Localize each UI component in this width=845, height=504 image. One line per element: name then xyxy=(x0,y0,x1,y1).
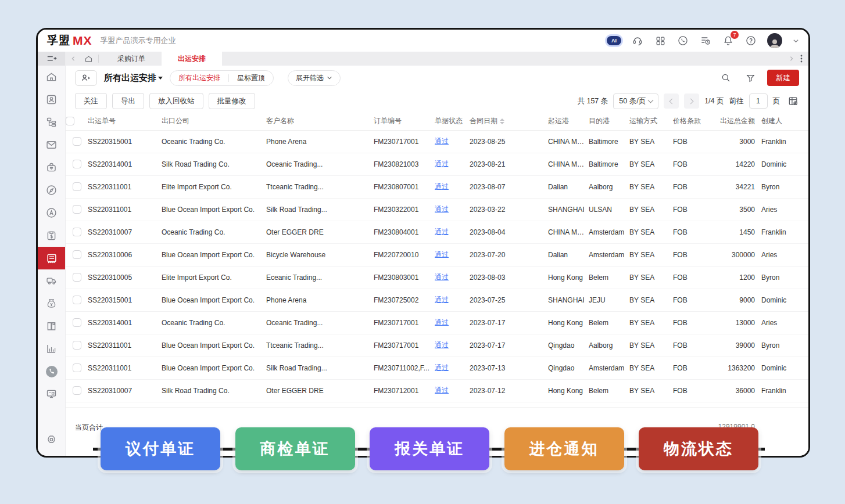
header-exporter[interactable]: 出口公司 xyxy=(162,112,266,130)
sidebar-item-finance[interactable] xyxy=(38,292,65,315)
table-row[interactable]: SS220310007 Silk Road Trading Co. Oter E… xyxy=(66,379,808,402)
row-checkbox[interactable] xyxy=(73,160,81,168)
sidebar-item-ledger[interactable] xyxy=(38,315,65,337)
view-selector[interactable]: 所有出运安排 xyxy=(104,73,163,84)
prev-page-button[interactable] xyxy=(664,93,679,109)
status-link[interactable]: 通过 xyxy=(435,182,449,190)
help-icon[interactable] xyxy=(744,34,757,47)
expand-filters-button[interactable]: 展开筛选 xyxy=(288,70,341,86)
row-checkbox[interactable] xyxy=(73,205,81,214)
sidebar-item-reports[interactable] xyxy=(38,337,65,360)
sidebar-item-settings[interactable] xyxy=(38,429,65,451)
header-total-amount[interactable]: 出运总金额 xyxy=(717,112,757,130)
new-button[interactable]: 新建 xyxy=(767,70,799,86)
table-row[interactable]: SS220311001 Elite Import Export Co. Ttce… xyxy=(66,175,808,198)
export-button[interactable]: 导出 xyxy=(112,93,144,109)
status-link[interactable]: 通过 xyxy=(435,160,449,168)
header-status[interactable]: 单据状态 xyxy=(435,112,470,130)
tab-purchase-orders[interactable]: 采购订单 xyxy=(101,52,162,66)
tab-more-icon[interactable] xyxy=(800,55,803,63)
sidebar-item-logistics[interactable] xyxy=(38,269,65,292)
table-row[interactable]: SS220311001 Blue Ocean Import Export Co.… xyxy=(66,198,808,221)
table-row[interactable]: SS220310007 Oceanic Trading Co. Oter EGG… xyxy=(66,221,808,243)
batch-edit-button[interactable]: 批量修改 xyxy=(209,93,255,109)
sidebar-item-discover[interactable] xyxy=(38,179,65,201)
row-checkbox[interactable] xyxy=(73,250,81,259)
status-link[interactable]: 通过 xyxy=(435,341,449,349)
table-row[interactable]: SS220311001 Blue Ocean Import Export Co.… xyxy=(66,334,808,357)
logistics-status-button[interactable]: 物流状态 xyxy=(639,427,758,470)
sidebar-item-mail[interactable] xyxy=(38,134,65,156)
row-checkbox[interactable] xyxy=(73,273,81,282)
row-checkbox[interactable] xyxy=(73,363,81,372)
table-row[interactable]: SS220315001 Blue Ocean Import Export Co.… xyxy=(66,289,808,311)
tab-back-icon[interactable] xyxy=(66,56,81,62)
follow-button[interactable]: 关注 xyxy=(75,93,107,109)
table-row[interactable]: SS220311001 Blue Ocean Import Export Co.… xyxy=(66,357,808,379)
sidebar-collapse-toggle[interactable] xyxy=(38,52,65,66)
header-creator[interactable]: 创建人 xyxy=(757,112,808,130)
header-port-from[interactable]: 起运港 xyxy=(548,112,589,130)
view-owner-filter[interactable] xyxy=(75,70,97,86)
negotiation-docs-button[interactable]: 议付单证 xyxy=(101,427,220,470)
chevron-down-icon[interactable] xyxy=(792,34,799,47)
recycle-bin-button[interactable]: 放入回收站 xyxy=(149,93,203,109)
select-all-checkbox[interactable] xyxy=(66,117,74,125)
next-page-button[interactable] xyxy=(684,93,699,109)
table-row[interactable]: SS220310006 Blue Ocean Import Export Co.… xyxy=(66,243,808,266)
sidebar-item-shipping[interactable] xyxy=(38,247,65,269)
sidebar-item-products[interactable] xyxy=(38,156,65,179)
task-list-icon[interactable] xyxy=(699,34,712,47)
filter-all-shipments[interactable]: 所有出运安排 xyxy=(170,71,228,85)
header-price-term[interactable]: 价格条款 xyxy=(673,112,717,130)
row-checkbox[interactable] xyxy=(73,182,81,191)
row-checkbox[interactable] xyxy=(73,318,81,327)
header-port-to[interactable]: 目的港 xyxy=(589,112,629,130)
status-link[interactable]: 通过 xyxy=(435,296,449,304)
search-icon[interactable] xyxy=(718,70,733,85)
row-checkbox[interactable] xyxy=(73,386,81,395)
page-size-select[interactable]: 50 条/页 xyxy=(613,93,658,109)
header-ship-no[interactable]: 出运单号 xyxy=(88,112,162,130)
user-avatar[interactable] xyxy=(767,33,782,48)
inspection-docs-button[interactable]: 商检单证 xyxy=(235,427,355,470)
sidebar-item-home[interactable] xyxy=(38,66,65,88)
status-link[interactable]: 通过 xyxy=(435,318,449,326)
headset-icon[interactable] xyxy=(631,34,644,47)
status-link[interactable]: 通过 xyxy=(435,137,449,145)
status-link[interactable]: 通过 xyxy=(435,205,449,213)
status-link[interactable]: 通过 xyxy=(435,228,449,236)
status-link[interactable]: 通过 xyxy=(435,250,449,258)
table-row[interactable]: SS220314001 Silk Road Trading Co. Oceani… xyxy=(66,153,808,175)
row-checkbox[interactable] xyxy=(73,228,81,236)
status-link[interactable]: 通过 xyxy=(435,386,449,394)
row-checkbox[interactable] xyxy=(73,296,81,304)
sidebar-item-organization[interactable] xyxy=(38,111,65,134)
row-checkbox[interactable] xyxy=(73,341,81,350)
row-checkbox[interactable] xyxy=(73,137,81,146)
filter-starred-top[interactable]: 星标置顶 xyxy=(229,71,273,85)
status-link[interactable]: 通过 xyxy=(435,273,449,281)
goto-page-input[interactable] xyxy=(749,93,768,109)
sidebar-item-contacts[interactable] xyxy=(38,88,65,111)
funnel-filter-icon[interactable] xyxy=(743,70,758,85)
sidebar-item-assistant[interactable] xyxy=(38,201,65,224)
sidebar-item-display[interactable] xyxy=(38,383,65,405)
tab-home-icon[interactable] xyxy=(81,55,96,63)
column-settings-icon[interactable] xyxy=(787,95,799,107)
header-transport[interactable]: 运输方式 xyxy=(629,112,673,130)
sidebar-item-quotation[interactable] xyxy=(38,224,65,247)
apps-grid-icon[interactable] xyxy=(654,34,667,47)
sidebar-item-whatsapp[interactable] xyxy=(38,360,65,383)
whatsapp-icon[interactable] xyxy=(676,34,689,47)
header-order-no[interactable]: 订单编号 xyxy=(374,112,435,130)
status-link[interactable]: 通过 xyxy=(435,363,449,372)
warehouse-notice-button[interactable]: 进仓通知 xyxy=(504,427,624,470)
table-row[interactable]: SS220314001 Oceanic Trading Co. Oceanic … xyxy=(66,311,808,334)
customs-docs-button[interactable]: 报关单证 xyxy=(370,427,489,470)
table-row[interactable]: SS220310005 Elite Import Export Co. Ecea… xyxy=(66,266,808,289)
ai-assistant-badge[interactable]: AI xyxy=(607,36,621,45)
sort-icon[interactable] xyxy=(500,118,504,124)
header-customer[interactable]: 客户名称 xyxy=(266,112,374,130)
tab-forward-icon[interactable] xyxy=(789,56,794,62)
